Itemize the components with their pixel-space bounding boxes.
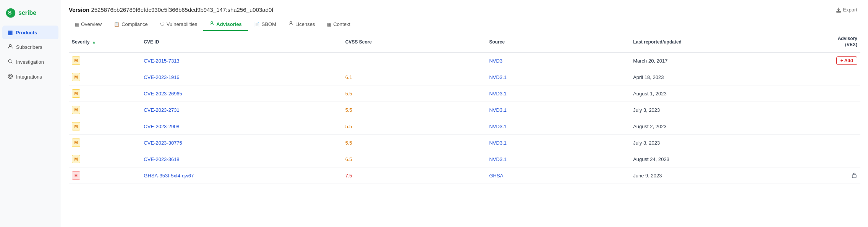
table-row: MCVE-2023-29085.5NVD3.1August 2, 2023 <box>69 118 860 135</box>
sidebar-item-investigation-label: Investigation <box>16 59 44 65</box>
sidebar-item-investigation[interactable]: Investigation <box>2 55 58 69</box>
cvss-score-value: 5.5 <box>345 124 352 129</box>
cell-last-reported-5: July 3, 2023 <box>630 135 774 151</box>
severity-badge: M <box>72 106 80 114</box>
tab-sbom[interactable]: 📄 SBOM <box>248 18 282 31</box>
table-row: MCVE-2015-7313NVD3March 20, 2017+ Add <box>69 53 860 69</box>
col-header-cve-id: CVE ID <box>141 31 342 53</box>
cell-severity-7: H <box>69 167 141 184</box>
cell-advisory-7 <box>774 167 860 184</box>
version-hash: 2525876bb26789f6efdc930e5f366b65dcd9b943… <box>91 6 273 13</box>
cell-last-reported-3: July 3, 2023 <box>630 102 774 118</box>
cve-link[interactable]: CVE-2023-30775 <box>144 140 182 146</box>
cve-link[interactable]: CVE-2023-26965 <box>144 91 182 97</box>
products-icon: ▦ <box>8 29 13 35</box>
cell-severity-1: M <box>69 69 141 85</box>
cell-source-6: NVD3.1 <box>486 151 630 167</box>
lock-icon[interactable] <box>851 173 857 179</box>
cvss-score-value: 6.5 <box>345 156 352 162</box>
compliance-tab-icon: 📋 <box>114 22 120 27</box>
cell-advisory-3 <box>774 102 860 118</box>
col-header-source: Source <box>486 31 630 53</box>
cell-source-4: NVD3.1 <box>486 118 630 135</box>
cell-advisory-2 <box>774 85 860 102</box>
cell-cve-id-7: GHSA-353f-5xf4-qw67 <box>141 167 342 184</box>
logo-area: S scribe <box>0 4 61 25</box>
col-header-severity[interactable]: Severity ▲ <box>69 31 141 53</box>
add-advisory-button[interactable]: + Add <box>836 56 857 65</box>
sidebar-item-integrations[interactable]: Integrations <box>2 70 58 84</box>
severity-badge: M <box>72 122 80 130</box>
cell-cvss-5: 5.5 <box>342 135 486 151</box>
tab-licenses[interactable]: Licenses <box>282 18 321 31</box>
table-area: Severity ▲ CVE ID CVSS Score Source Last… <box>61 31 868 227</box>
source-header-label: Source <box>489 39 505 45</box>
cell-last-reported-7: June 9, 2023 <box>630 167 774 184</box>
cvss-score-value: 6.1 <box>345 74 352 80</box>
export-icon <box>836 7 841 13</box>
source-value: NVD3.1 <box>489 140 507 146</box>
source-value: NVD3.1 <box>489 74 507 80</box>
severity-badge: M <box>72 89 80 98</box>
sidebar-item-subscribers[interactable]: Subscribers <box>2 40 58 54</box>
col-header-cvss-score: CVSS Score <box>342 31 486 53</box>
cell-cvss-3: 5.5 <box>342 102 486 118</box>
cvss-score-value: 5.5 <box>345 91 352 97</box>
scribe-logo-icon: S <box>5 8 16 18</box>
advisories-table: Severity ▲ CVE ID CVSS Score Source Last… <box>69 31 860 184</box>
cell-cve-id-2: CVE-2023-26965 <box>141 85 342 102</box>
cell-cve-id-5: CVE-2023-30775 <box>141 135 342 151</box>
tab-context-label: Context <box>333 21 350 27</box>
cell-severity-5: M <box>69 135 141 151</box>
tabs-bar: ▦ Overview 📋 Compliance 🛡 Vulnerabilitie… <box>69 18 860 31</box>
context-tab-icon: ▦ <box>327 22 331 27</box>
svg-point-3 <box>8 60 11 62</box>
table-row: MCVE-2023-36186.5NVD3.1August 24, 2023 <box>69 151 860 167</box>
tab-sbom-label: SBOM <box>262 21 276 27</box>
severity-header-label: Severity <box>72 39 90 45</box>
cell-last-reported-0: March 20, 2017 <box>630 53 774 69</box>
cell-cve-id-0: CVE-2015-7313 <box>141 53 342 69</box>
vulnerabilities-tab-icon: 🛡 <box>160 22 165 27</box>
sort-arrow-icon: ▲ <box>92 40 96 44</box>
cell-cve-id-4: CVE-2023-2908 <box>141 118 342 135</box>
cve-link[interactable]: CVE-2023-3618 <box>144 156 179 162</box>
tab-vulnerabilities-label: Vulnerabilities <box>167 21 197 27</box>
table-row: MCVE-2023-19166.1NVD3.1April 18, 2023 <box>69 69 860 85</box>
cell-severity-4: M <box>69 118 141 135</box>
cell-last-reported-2: August 1, 2023 <box>630 85 774 102</box>
advisories-tab-icon <box>209 21 214 27</box>
cve-link[interactable]: CVE-2023-1916 <box>144 74 179 80</box>
cell-cvss-2: 5.5 <box>342 85 486 102</box>
tab-compliance[interactable]: 📋 Compliance <box>108 18 154 31</box>
col-header-advisory: Advisory(VEX) <box>774 31 860 53</box>
col-header-last-reported: Last reported/updated <box>630 31 774 53</box>
svg-rect-9 <box>852 175 856 178</box>
logo-text: scribe <box>18 10 36 16</box>
cell-source-2: NVD3.1 <box>486 85 630 102</box>
tab-context[interactable]: ▦ Context <box>321 18 356 31</box>
subscribers-icon <box>8 44 13 50</box>
cve-link[interactable]: CVE-2015-7313 <box>144 58 179 64</box>
tab-vulnerabilities[interactable]: 🛡 Vulnerabilities <box>154 18 203 31</box>
sbom-tab-icon: 📄 <box>254 22 260 27</box>
svg-point-7 <box>211 22 213 24</box>
cell-source-5: NVD3.1 <box>486 135 630 151</box>
tab-advisories[interactable]: Advisories <box>203 18 248 31</box>
tab-overview[interactable]: ▦ Overview <box>69 18 108 31</box>
export-button[interactable]: Export <box>833 5 860 14</box>
cell-severity-0: M <box>69 53 141 69</box>
integrations-icon <box>8 74 13 80</box>
tab-advisories-label: Advisories <box>216 21 241 27</box>
cell-severity-3: M <box>69 102 141 118</box>
cve-link[interactable]: CVE-2023-2908 <box>144 124 179 129</box>
cell-advisory-5 <box>774 135 860 151</box>
cvss-score-value: 5.5 <box>345 107 352 113</box>
version-bar: Version 2525876bb26789f6efdc930e5f366b65… <box>69 5 860 14</box>
cve-link[interactable]: CVE-2023-2731 <box>144 107 179 113</box>
sidebar-item-products[interactable]: ▦ Products <box>2 26 58 39</box>
svg-point-6 <box>8 74 12 78</box>
cell-last-reported-4: August 2, 2023 <box>630 118 774 135</box>
cve-link[interactable]: GHSA-353f-5xf4-qw67 <box>144 173 194 179</box>
sidebar-item-products-label: Products <box>16 30 37 35</box>
